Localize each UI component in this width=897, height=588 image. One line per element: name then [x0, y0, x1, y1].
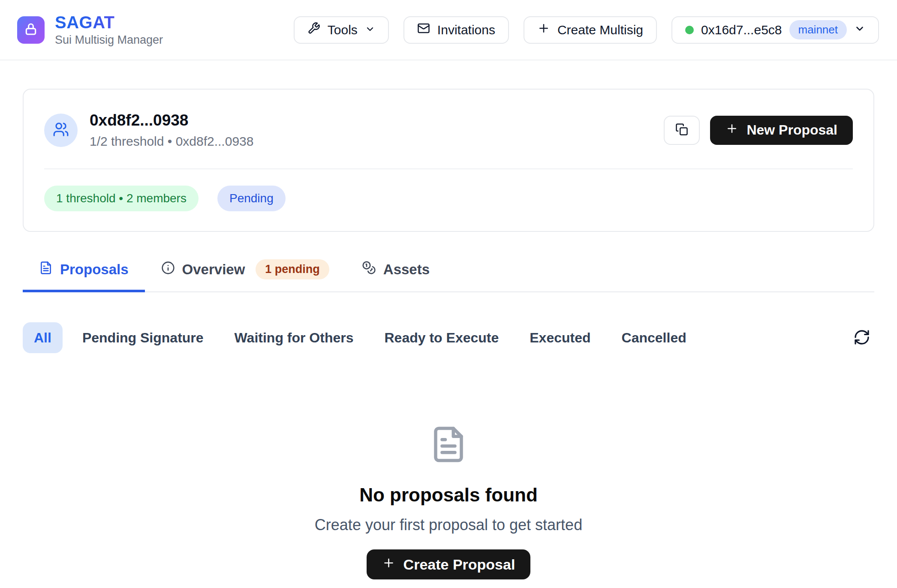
multisig-titles: 0xd8f2...0938 1/2 threshold • 0xd8f2...0…: [90, 112, 253, 149]
avatar: [44, 114, 78, 147]
connection-status-dot: [685, 26, 694, 34]
multisig-meta: 1/2 threshold • 0xd8f2...0938: [90, 134, 253, 149]
filter-pills: AllPending SignatureWaiting for OthersRe…: [23, 322, 698, 353]
document-icon: [429, 425, 468, 465]
copy-icon: [675, 123, 688, 137]
empty-state-subtitle: Create your first proposal to get starte…: [315, 516, 582, 534]
filter-pill-all[interactable]: All: [23, 322, 63, 353]
empty-state: No proposals found Create your first pro…: [23, 425, 874, 579]
tab-assets[interactable]: Assets: [346, 256, 446, 292]
tools-button[interactable]: Tools: [294, 16, 389, 44]
filter-pill-ready-to-execute[interactable]: Ready to Execute: [373, 322, 510, 353]
network-badge: mainnet: [789, 20, 847, 39]
app-logo[interactable]: [17, 16, 45, 44]
multisig-card: 0xd8f2...0938 1/2 threshold • 0xd8f2...0…: [23, 89, 874, 232]
app-header: SAGAT Sui Multisig Manager Tools Invitat…: [0, 0, 897, 60]
wrench-icon: [307, 22, 320, 38]
info-icon: [161, 261, 175, 278]
proposal-filters: AllPending SignatureWaiting for OthersRe…: [23, 322, 874, 353]
invitations-button[interactable]: Invitations: [403, 16, 509, 44]
filter-pill-waiting-for-others[interactable]: Waiting for Others: [223, 322, 365, 353]
tab-assets-label: Assets: [383, 261, 430, 278]
chevron-down-icon: [365, 23, 375, 37]
plus-icon: [725, 122, 738, 138]
wallet-address: 0x16d7...e5c8: [701, 23, 782, 37]
plus-icon: [382, 556, 395, 573]
app-title: SAGAT: [55, 13, 163, 31]
multisig-name: 0xd8f2...0938: [90, 112, 253, 129]
pending-count-badge: 1 pending: [256, 259, 329, 280]
users-icon: [53, 121, 69, 139]
brand: SAGAT Sui Multisig Manager: [17, 13, 163, 47]
mail-icon: [417, 22, 430, 38]
app-subtitle: Sui Multisig Manager: [55, 33, 163, 47]
tab-proposals[interactable]: Proposals: [23, 256, 145, 292]
refresh-button[interactable]: [849, 325, 874, 350]
members-badge: 1 threshold • 2 members: [44, 186, 199, 211]
plus-icon: [537, 22, 550, 38]
invitations-label: Invitations: [437, 23, 495, 37]
create-proposal-button[interactable]: Create Proposal: [367, 549, 531, 579]
filter-pill-cancelled[interactable]: Cancelled: [611, 322, 698, 353]
new-proposal-label: New Proposal: [746, 122, 837, 138]
new-proposal-button[interactable]: New Proposal: [710, 116, 853, 145]
create-proposal-label: Create Proposal: [403, 556, 515, 573]
tab-overview[interactable]: Overview 1 pending: [145, 256, 346, 292]
lock-icon: [24, 22, 38, 38]
filter-pill-pending-signature[interactable]: Pending Signature: [71, 322, 215, 353]
main-content: 0xd8f2...0938 1/2 threshold • 0xd8f2...0…: [0, 89, 897, 579]
tools-label: Tools: [328, 23, 358, 37]
empty-state-title: No proposals found: [359, 484, 538, 506]
tab-bar: Proposals Overview 1 pending Assets: [23, 256, 874, 293]
header-actions: Tools Invitations Create Multisig 0x16d7…: [294, 16, 879, 44]
status-badge: Pending: [217, 186, 286, 211]
multisig-card-header: 0xd8f2...0938 1/2 threshold • 0xd8f2...0…: [44, 112, 853, 149]
chevron-down-icon: [854, 23, 865, 37]
tab-overview-label: Overview: [182, 261, 245, 278]
filter-pill-executed[interactable]: Executed: [518, 322, 602, 353]
multisig-actions: New Proposal: [664, 116, 853, 145]
refresh-icon: [853, 329, 870, 347]
wallet-selector[interactable]: 0x16d7...e5c8 mainnet: [671, 16, 879, 44]
tab-proposals-label: Proposals: [60, 261, 129, 278]
copy-address-button[interactable]: [664, 116, 700, 145]
multisig-badges: 1 threshold • 2 members Pending: [44, 186, 853, 211]
file-text-icon: [39, 261, 53, 278]
card-divider: [44, 168, 853, 169]
create-multisig-label: Create Multisig: [557, 23, 643, 37]
create-multisig-button[interactable]: Create Multisig: [524, 16, 657, 44]
brand-text: SAGAT Sui Multisig Manager: [55, 13, 163, 47]
coins-icon: [362, 261, 376, 278]
